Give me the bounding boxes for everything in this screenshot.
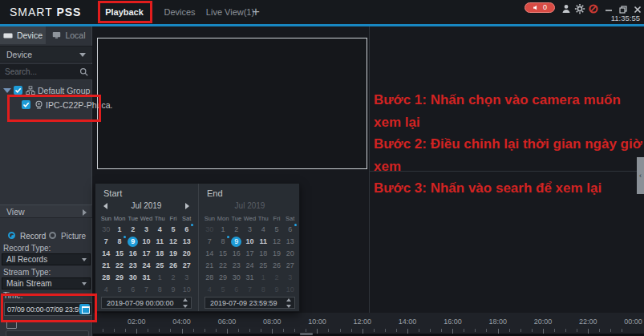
calendar-day[interactable]: 28 [99,272,113,283]
calendar-day[interactable]: 30 [99,224,113,235]
record-type-select[interactable]: All Records [2,253,91,265]
selected-video-pane[interactable] [97,38,367,169]
end-datetime-field[interactable]: 2019-07-09 23:59:59 [205,297,295,309]
sidebar-tab-local[interactable]: Local [46,26,92,44]
calendar-day[interactable]: 1 [153,272,167,283]
user-icon[interactable] [561,3,572,14]
search-input[interactable] [5,66,73,78]
calendar-day[interactable]: 3 [180,272,193,283]
calendar-day[interactable]: 28 [203,272,217,283]
calendar-day[interactable]: 1 [113,224,127,235]
calendar-day[interactable]: 23 [126,260,140,271]
sidebar-tab-device[interactable]: Device [0,26,46,44]
calendar-day[interactable]: 11 [257,236,270,247]
calendar-icon[interactable] [79,304,90,314]
calendar-day[interactable]: 23 [229,260,243,271]
record-radio[interactable] [8,232,15,239]
calendar-day[interactable]: 3 [283,272,297,283]
tree-item-camera[interactable]: IPC-C22P-Phuca. [0,99,128,111]
calendar-day[interactable]: 30 [126,272,140,283]
playback-timeline[interactable]: 02:0004:0006:0008:0010:0012:0014:0016:00… [93,313,644,336]
timeline-scrollbar-thumb[interactable] [300,333,313,335]
expand-arrow-icon[interactable] [3,88,11,93]
calendar-day[interactable]: 17 [140,248,153,259]
calendar-day[interactable]: 19 [270,248,284,259]
calendar-day[interactable]: 12 [167,236,180,247]
calendar-day[interactable]: 8 [113,236,127,247]
calendar-day[interactable]: 12 [270,236,284,247]
calendar-day[interactable]: 8 [257,284,270,295]
calendar-day[interactable]: 1 [257,272,270,283]
stream-type-select[interactable]: Main Stream [2,277,91,289]
calendar-day[interactable]: 13 [180,236,193,247]
calendar-day[interactable]: 9 [270,284,284,295]
calendar-day[interactable]: 8 [217,236,230,247]
right-panel-expand-handle[interactable]: ‹ [637,157,644,194]
calendar-day[interactable]: 18 [153,248,167,259]
calendar-day[interactable]: 19 [167,248,180,259]
calendar-day[interactable]: 15 [217,248,230,259]
calendar-day[interactable]: 10 [180,284,193,295]
net-diagnosis-icon[interactable] [588,3,599,14]
search-button-cropped[interactable] [6,330,89,336]
calendar-day[interactable]: 4 [203,284,217,295]
calendar-day[interactable]: 22 [217,260,230,271]
calendar-day[interactable]: 30 [203,224,217,235]
calendar-day[interactable]: 22 [113,260,127,271]
calendar-day[interactable]: 2 [270,272,284,283]
calendar-day[interactable]: 7 [203,236,217,247]
calendar-day[interactable]: 30 [229,272,243,283]
calendar-day[interactable]: 9 [229,236,243,247]
calendar-day[interactable]: 24 [140,260,153,271]
calendar-day[interactable]: 31 [140,272,153,283]
calendar-day[interactable]: 29 [113,272,127,283]
start-datetime-field[interactable]: 2019-07-09 00:00:00 [101,297,192,309]
calendar-day[interactable]: 5 [167,224,180,235]
calendar-day[interactable]: 10 [283,284,297,295]
calendar-day[interactable]: 26 [270,260,284,271]
gear-icon[interactable] [574,3,585,14]
calendar-day[interactable]: 15 [113,248,127,259]
calendar-day[interactable]: 20 [283,248,297,259]
picture-radio[interactable] [49,232,56,239]
calendar-day[interactable]: 8 [153,284,167,295]
calendar-day[interactable]: 20 [180,248,193,259]
calendar-day[interactable]: 7 [140,284,153,295]
group-checkbox[interactable] [14,86,22,95]
calendar-day[interactable]: 29 [217,272,230,283]
tab-devices[interactable]: Devices [157,0,202,24]
calendar-day[interactable]: 6 [283,224,297,235]
new-tab-button[interactable]: + [252,3,260,21]
calendar-day[interactable]: 21 [99,260,113,271]
calendar-day[interactable]: 4 [257,224,270,235]
calendar-day[interactable]: 10 [140,236,153,247]
calendar-day[interactable]: 5 [217,284,230,295]
calendar-day[interactable]: 16 [126,248,140,259]
calendar-day[interactable]: 6 [126,284,140,295]
calendar-day[interactable]: 6 [180,224,193,235]
calendar-day[interactable]: 3 [140,224,153,235]
calendar-day[interactable]: 13 [283,236,297,247]
calendar-day[interactable]: 17 [243,248,257,259]
calendar-day[interactable]: 7 [243,284,257,295]
spinner-arrows[interactable] [182,298,188,308]
next-month-arrow[interactable] [185,203,189,209]
calendar-day[interactable]: 5 [113,284,127,295]
calendar-day[interactable]: 2 [126,224,140,235]
tab-live-view[interactable]: Live View(1) [204,0,257,24]
calendar-day[interactable]: 6 [229,284,243,295]
view-section-header[interactable]: View [0,204,92,218]
tree-item-default-group[interactable]: Default Group [0,84,128,97]
device-selector[interactable]: Device [0,46,92,63]
calendar-day[interactable]: 2 [167,272,180,283]
calendar-day[interactable]: 7 [99,236,113,247]
calendar-day[interactable]: 25 [153,260,167,271]
calendar-day[interactable]: 21 [203,260,217,271]
alarm-badge[interactable]: 0 [525,2,555,13]
calendar-day[interactable]: 26 [167,260,180,271]
time-range-field[interactable]: 07/09 00:00-07/09 23:59 [4,302,92,316]
calendar-day[interactable]: 4 [99,284,113,295]
calendar-day[interactable]: 10 [243,236,257,247]
calendar-day[interactable]: 11 [153,236,167,247]
calendar-day[interactable]: 14 [203,248,217,259]
